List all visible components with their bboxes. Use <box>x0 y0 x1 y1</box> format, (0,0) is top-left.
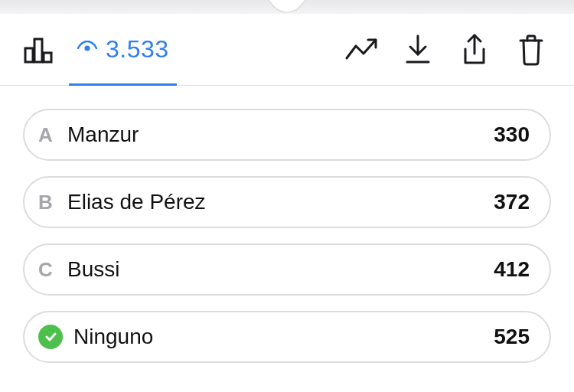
window-capsule-area <box>0 0 574 14</box>
option-value: 330 <box>494 122 530 147</box>
share-button[interactable] <box>450 25 499 74</box>
option-value: 525 <box>494 325 530 349</box>
capsule-seam <box>296 0 297 14</box>
download-button[interactable] <box>393 25 442 74</box>
option-label: Manzur <box>67 122 494 147</box>
poll-option[interactable]: BElias de Pérez372 <box>23 176 551 228</box>
poll-option[interactable]: Ninguno525 <box>23 311 551 363</box>
option-key: B <box>38 191 64 214</box>
option-label: Bussi <box>67 257 494 282</box>
poll-option[interactable]: CBussi412 <box>23 243 551 296</box>
poll-option[interactable]: AManzur330 <box>23 109 551 161</box>
option-label: Ninguno <box>73 325 494 349</box>
delete-button[interactable] <box>507 25 556 74</box>
svg-rect-0 <box>25 48 33 62</box>
check-icon <box>38 325 63 349</box>
views-tab[interactable]: 3.533 <box>69 14 177 86</box>
trends-button[interactable] <box>337 25 386 74</box>
views-count: 3.533 <box>106 35 169 64</box>
results-chart-button[interactable] <box>14 25 63 74</box>
svg-rect-2 <box>44 53 51 62</box>
svg-rect-1 <box>34 39 42 62</box>
toolbar: 3.533 <box>0 14 574 86</box>
svg-point-3 <box>84 45 90 51</box>
option-key: A <box>38 123 64 147</box>
eye-icon <box>77 41 98 59</box>
option-label: Elias de Pérez <box>67 190 494 214</box>
option-value: 412 <box>494 257 530 282</box>
option-key: C <box>38 258 64 282</box>
poll-options-list: AManzur330BElias de Pérez372CBussi412Nin… <box>0 86 574 363</box>
option-value: 372 <box>494 190 530 214</box>
active-tab-underline <box>69 83 177 86</box>
